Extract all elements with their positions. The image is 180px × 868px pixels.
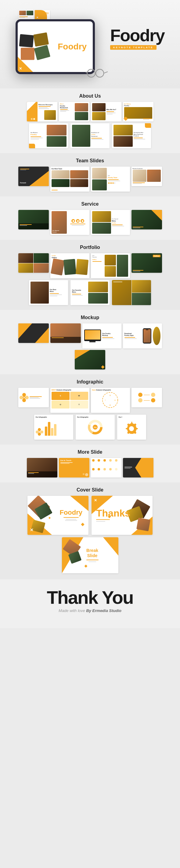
footer-by: By Ermedia Studio <box>86 608 121 613</box>
service-section: Service Our SpecialService <box>0 196 180 240</box>
cover-slides-row1: Foodry ✕ <box>4 496 176 535</box>
tablet-device: ✕ Foodry <box>16 19 95 74</box>
preview-row: Foodry ✕ <box>19 10 98 20</box>
about-slides-row1: Welcome Messages <box>4 102 176 121</box>
svg-line-4 <box>104 72 108 73</box>
footer-tagline: Made with love By Ermedia Studio <box>6 608 174 613</box>
mockup-slide-1 <box>18 323 49 343</box>
about-slide-7: Serving the Best Menu and FreshProducts <box>112 123 151 148</box>
gear-icon <box>125 420 139 434</box>
cover-foodry-slide: Foodry ✕ <box>27 496 88 535</box>
preview-card-2: Foodry ✕ <box>35 10 50 20</box>
infographic-slide-1 <box>18 388 49 407</box>
more-slide-section: More Slide Get In Touch <box>0 444 180 483</box>
hero-subtitle: KEYNOTE TEMPLATE <box>110 45 156 50</box>
hero-section: Foodry ✕ <box>0 0 180 89</box>
about-slide-2: About FoodryRestaurant <box>59 102 89 121</box>
cover-title: Cover Slide <box>4 487 176 493</box>
team-slide-3: Our Foodry Team <box>91 166 130 192</box>
about-slide-4: Our History Foodry <box>123 102 153 121</box>
service-title: Service <box>4 202 176 207</box>
svg-text:S: S <box>110 395 111 396</box>
more-slide-4 <box>123 458 153 477</box>
thanks-text: Thanks <box>96 508 130 518</box>
svg-point-15 <box>129 426 134 431</box>
portfolio-slide-6: Our FavoriteMenu <box>70 280 110 305</box>
tablet-screen: ✕ Foodry <box>18 21 93 72</box>
more-slide-1 <box>27 458 57 477</box>
more-slide-2: Get In Touch <box>59 458 89 477</box>
infographic-slide-4 <box>131 388 162 407</box>
team-section: Team Slides Forward Our Best Team <box>0 153 180 196</box>
service-slides-row: Our SpecialService <box>4 210 176 235</box>
more-slide-title: More Slide <box>4 450 176 455</box>
mockup-slide-5 <box>75 350 105 369</box>
thank-you-text: Thank You <box>6 589 174 607</box>
mockup-section: Mockup <box>0 310 180 374</box>
preview-card-1 <box>19 10 34 20</box>
about-slide-3: Who We Are? <box>91 102 121 121</box>
about-slide-5: Our Mission Foodry <box>29 123 68 148</box>
mockup-slide-3: Our FoodryMockup <box>82 323 121 348</box>
mockup-slide-4: DownloadFoodry Apps <box>123 323 162 348</box>
infographic-section: Infographic <box>0 374 180 444</box>
break-slide-text: BreakSlide <box>86 548 98 558</box>
more-slide-3 <box>91 458 121 477</box>
infographic-row1: SWOT Analysis Infographic S W O T Swot A… <box>4 388 176 413</box>
about-us-section: About Us Welcome Messages <box>0 89 180 153</box>
more-slides-row: Get In Touch <box>4 458 176 477</box>
svg-text:O: O <box>110 404 111 406</box>
glasses-decoration <box>86 68 113 79</box>
mockup-slide-2 <box>50 323 81 343</box>
thank-you-footer: Thank You Made with love By Ermedia Stud… <box>0 579 180 628</box>
cover-break-slide: BreakSlide ✕ <box>62 537 118 573</box>
infographic-slide-2: SWOT Analysis Infographic S W O T <box>50 388 89 413</box>
mockup-title: Mockup <box>4 315 176 320</box>
portfolio-slide-5: Our BestMenu <box>29 280 68 305</box>
service-slide-3: Our Special Menu Foodry <box>91 210 130 235</box>
circular-diagram: 75% <box>86 419 104 436</box>
infographic-slide-5: Our Infographic <box>34 415 73 440</box>
hero-content: Foodry ✕ <box>0 2 180 86</box>
portfolio-row2: Our BestMenu Our FavoriteMenu <box>4 280 176 305</box>
team-slide-1: Forward <box>18 166 49 186</box>
swot-diagram: S W O T <box>100 392 120 408</box>
portfolio-slide-2: Foodry Gallery <box>50 253 89 278</box>
svg-text:75%: 75% <box>93 427 97 428</box>
svg-text:T: T <box>104 399 106 401</box>
cover-section: Cover Slide Foodry <box>0 483 180 579</box>
team-title: Team Slides <box>4 158 176 163</box>
infographic-slide-6: Our Infographic 75% <box>76 415 115 440</box>
infographic-slide-3: Swot Analysis Infographic S W O T <box>91 388 130 413</box>
hero-brand: Foodry KEYNOTE TEMPLATE <box>110 27 164 80</box>
about-slides-row2: Our Mission Foodry <box>4 123 176 148</box>
infographic-slide-7: Our I <box>117 415 146 440</box>
svg-text:W: W <box>114 399 116 401</box>
about-us-title: About Us <box>4 93 176 99</box>
service-slide-4 <box>131 210 162 229</box>
cover-slides-row2: BreakSlide ✕ <box>4 537 176 573</box>
tablet-mockup: Foodry ✕ <box>16 8 101 69</box>
portfolio-slide-3: OurFavorite Gallery <box>91 253 130 278</box>
about-slide-6: Excellence of Foodry Restaurant <box>70 123 110 148</box>
svg-point-1 <box>96 69 104 77</box>
team-slide-2: Our Best Team <box>50 166 89 192</box>
portfolio-slide-4: Gallery <box>131 253 162 273</box>
infographic-row2: Our Infographic <box>4 415 176 440</box>
portfolio-title: Portfolio <box>4 245 176 250</box>
team-slide-4: Review Customer <box>131 166 162 186</box>
about-slide-1: Welcome Messages <box>27 102 57 121</box>
hero-title: Foodry <box>110 27 164 44</box>
infographic-title: Infographic <box>4 379 176 385</box>
portfolio-section: Portfolio Foodry Gallery <box>0 240 180 310</box>
service-slide-1 <box>18 210 49 229</box>
page-wrapper: Foodry ✕ <box>0 0 180 868</box>
portfolio-slide-1 <box>18 253 49 273</box>
mockup-slides-row: Our FoodryMockup DownloadFoodry Apps <box>4 323 176 369</box>
team-slides-row: Forward Our Best Team <box>4 166 176 192</box>
cover-thanks-slide: Thanks ✕ <box>92 496 153 535</box>
portfolio-slide-7 <box>112 280 151 305</box>
svg-point-0 <box>87 69 95 77</box>
tablet-brand: Foodry <box>58 42 87 52</box>
portfolio-row1: Foodry Gallery OurFavorite <box>4 253 176 278</box>
